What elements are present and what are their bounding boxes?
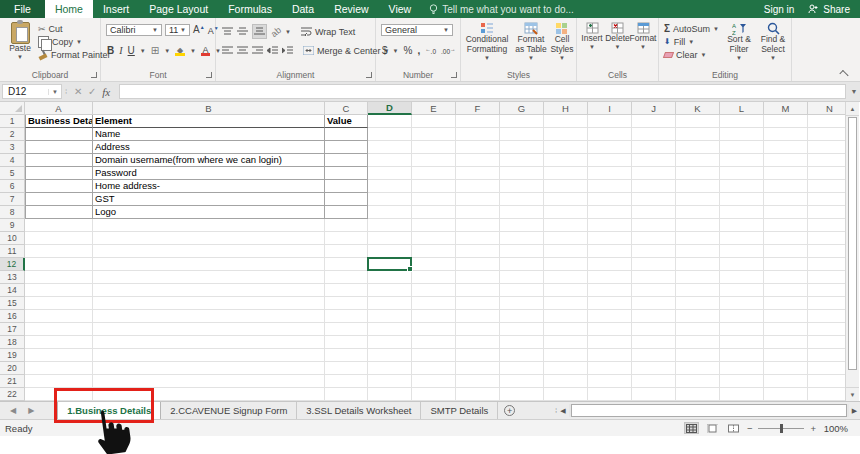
cell-E9[interactable]: [412, 219, 456, 232]
column-header-D[interactable]: D: [368, 102, 412, 115]
copy-button[interactable]: Copy▼: [38, 36, 111, 47]
column-header-C[interactable]: C: [325, 102, 368, 115]
cell-K17[interactable]: [676, 323, 720, 336]
cell-I2[interactable]: [588, 128, 632, 141]
cell-K16[interactable]: [676, 310, 720, 323]
expand-formula-bar-icon[interactable]: ▼: [848, 88, 860, 95]
row-header-7[interactable]: 7: [0, 193, 25, 206]
scroll-right-icon[interactable]: ▶: [849, 402, 860, 419]
cell-B12[interactable]: [93, 258, 325, 271]
cell-M21[interactable]: [764, 375, 808, 388]
cell-I6[interactable]: [588, 180, 632, 193]
cell-J19[interactable]: [632, 349, 676, 362]
cell-F9[interactable]: [456, 219, 500, 232]
cell-E18[interactable]: [412, 336, 456, 349]
cell-L1[interactable]: [720, 115, 764, 128]
cell-E7[interactable]: [412, 193, 456, 206]
row-header-2[interactable]: 2: [0, 128, 25, 141]
cell-A17[interactable]: [25, 323, 93, 336]
cell-H9[interactable]: [544, 219, 588, 232]
cell-L13[interactable]: [720, 271, 764, 284]
cell-A2[interactable]: [25, 128, 93, 141]
cell-M4[interactable]: [764, 154, 808, 167]
underline-button[interactable]: U: [128, 45, 135, 56]
cell-E13[interactable]: [412, 271, 456, 284]
cell-J21[interactable]: [632, 375, 676, 388]
cell-M7[interactable]: [764, 193, 808, 206]
cell-G14[interactable]: [500, 284, 544, 297]
insert-cells-button[interactable]: Insert ▼: [580, 22, 604, 50]
cell-M15[interactable]: [764, 297, 808, 310]
cell-G2[interactable]: [500, 128, 544, 141]
cell-F21[interactable]: [456, 375, 500, 388]
cell-D2[interactable]: [368, 128, 412, 141]
cell-B20[interactable]: [93, 362, 325, 375]
new-sheet-button[interactable]: +: [498, 402, 521, 419]
cell-F15[interactable]: [456, 297, 500, 310]
cell-L21[interactable]: [720, 375, 764, 388]
cell-A5[interactable]: [25, 167, 93, 180]
cell-E6[interactable]: [412, 180, 456, 193]
cell-C13[interactable]: [325, 271, 368, 284]
cell-D14[interactable]: [368, 284, 412, 297]
cell-A3[interactable]: [25, 141, 93, 154]
cell-I13[interactable]: [588, 271, 632, 284]
cell-C1[interactable]: Value: [325, 115, 368, 128]
cell-K10[interactable]: [676, 232, 720, 245]
row-header-15[interactable]: 15: [0, 297, 25, 310]
row-header-13[interactable]: 13: [0, 271, 25, 284]
cell-H15[interactable]: [544, 297, 588, 310]
cell-K9[interactable]: [676, 219, 720, 232]
cell-B5[interactable]: Password: [93, 167, 325, 180]
cell-F4[interactable]: [456, 154, 500, 167]
cell-B18[interactable]: [93, 336, 325, 349]
cell-G13[interactable]: [500, 271, 544, 284]
insert-function-button[interactable]: fx: [99, 86, 113, 98]
cell-H4[interactable]: [544, 154, 588, 167]
cell-F10[interactable]: [456, 232, 500, 245]
row-header-19[interactable]: 19: [0, 349, 25, 362]
clipboard-dialog-launcher[interactable]: [91, 72, 97, 78]
cell-G4[interactable]: [500, 154, 544, 167]
font-color-button[interactable]: A: [201, 46, 210, 56]
cell-J11[interactable]: [632, 245, 676, 258]
cell-F2[interactable]: [456, 128, 500, 141]
cell-G10[interactable]: [500, 232, 544, 245]
cell-G15[interactable]: [500, 297, 544, 310]
paste-button[interactable]: Paste ▼: [4, 22, 36, 60]
cell-H6[interactable]: [544, 180, 588, 193]
collapse-ribbon-icon[interactable]: [839, 70, 848, 79]
align-top-icon[interactable]: [222, 27, 233, 36]
normal-view-button[interactable]: [684, 422, 699, 434]
cell-C2[interactable]: [325, 128, 368, 141]
cell-K4[interactable]: [676, 154, 720, 167]
cell-H2[interactable]: [544, 128, 588, 141]
cell-G6[interactable]: [500, 180, 544, 193]
cell-F8[interactable]: [456, 206, 500, 219]
align-left-icon[interactable]: [222, 46, 233, 55]
cell-M10[interactable]: [764, 232, 808, 245]
cell-M5[interactable]: [764, 167, 808, 180]
cell-K11[interactable]: [676, 245, 720, 258]
cell-C18[interactable]: [325, 336, 368, 349]
cell-B13[interactable]: [93, 271, 325, 284]
cell-C7[interactable]: [325, 193, 368, 206]
column-header-B[interactable]: B: [93, 102, 325, 115]
page-break-view-button[interactable]: [726, 422, 741, 434]
cell-J4[interactable]: [632, 154, 676, 167]
cell-J8[interactable]: [632, 206, 676, 219]
cell-H1[interactable]: [544, 115, 588, 128]
row-header-11[interactable]: 11: [0, 245, 25, 258]
cell-B10[interactable]: [93, 232, 325, 245]
cell-H11[interactable]: [544, 245, 588, 258]
cell-J6[interactable]: [632, 180, 676, 193]
row-header-14[interactable]: 14: [0, 284, 25, 297]
cell-K21[interactable]: [676, 375, 720, 388]
cell-E11[interactable]: [412, 245, 456, 258]
cell-A20[interactable]: [25, 362, 93, 375]
cell-E20[interactable]: [412, 362, 456, 375]
row-header-20[interactable]: 20: [0, 362, 25, 375]
cell-A1[interactable]: Business Details: [25, 115, 93, 128]
scroll-up-icon[interactable]: ▲: [846, 102, 859, 116]
row-header-9[interactable]: 9: [0, 219, 25, 232]
